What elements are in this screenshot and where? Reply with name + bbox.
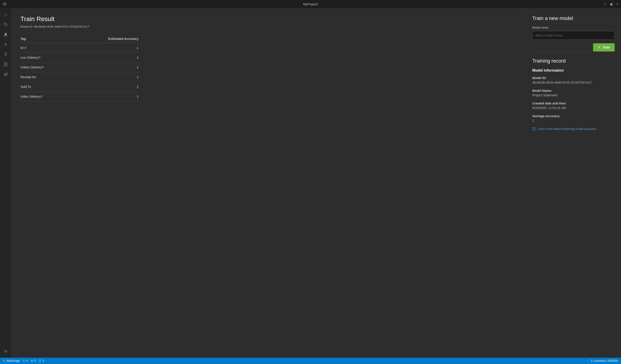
plugin-icon <box>3 72 8 77</box>
field-model-name-label: Model Name: <box>532 89 615 93</box>
svg-point-14 <box>5 351 6 352</box>
status-bar: MyStorage 5 5 5 2.1-preview.1-530545c <box>0 358 621 364</box>
sidebar: ⌂ <box>0 8 11 358</box>
sidebar-item-settings[interactable] <box>1 347 10 356</box>
svg-point-20 <box>4 361 5 362</box>
model-id-value: 4bc9e5fe-953e-49d4-9701-97c0075e7e17 <box>34 25 89 28</box>
model-name-label: Model name <box>532 26 615 29</box>
labeled-count: 5 <box>34 359 36 363</box>
field-model-name-value: Project Statement <box>532 93 615 97</box>
svg-point-3 <box>5 33 6 34</box>
field-created-value: 8/20/2020, 11:51:01 AM <box>532 106 615 110</box>
svg-marker-1 <box>4 3 6 5</box>
run-icon <box>3 42 8 47</box>
field-created: Created date and time: 8/20/2020, 11:51:… <box>532 102 615 110</box>
field-model-id-value: 4bc9e5fe-953e-49d4-9701-97c0075e7e17 <box>532 81 615 84</box>
right-panel: Train a new model Model name Train Train… <box>526 8 621 358</box>
cell-accuracy: 1 <box>72 92 138 102</box>
model-id-prefix: Model ID: <box>20 25 34 28</box>
tag-count: 5 <box>26 359 28 363</box>
field-avg-accuracy: Average accuracy: 1 <box>532 114 615 122</box>
sidebar-item-plugin[interactable] <box>1 70 10 79</box>
learn-more-link[interactable]: Learn more about improving model accurac… <box>532 127 615 130</box>
cell-accuracy: 1 <box>72 43 138 53</box>
svg-point-15 <box>599 47 599 47</box>
cell-tag: ID # <box>20 43 72 53</box>
table-row: Live Delivery?1 <box>20 53 138 63</box>
svg-rect-23 <box>39 360 41 362</box>
version-icon <box>586 360 589 362</box>
status-bar-right: 2.1-preview.1-530545c <box>586 359 618 363</box>
tag-icon <box>3 22 8 27</box>
cell-accuracy: 1 <box>72 63 138 72</box>
status-docs: 5 <box>39 359 44 363</box>
table-row: Receipt No1 <box>20 72 138 82</box>
field-model-name: Model Name: Project Statement <box>532 89 615 97</box>
settings-icon <box>3 349 8 354</box>
svg-rect-10 <box>4 74 5 76</box>
svg-point-19 <box>3 360 4 360</box>
svg-point-21 <box>31 360 33 362</box>
table-row: ID #1 <box>20 43 138 53</box>
version-label: 2.1-preview.1-530545c <box>591 359 618 363</box>
train-button-icon <box>598 46 601 49</box>
share-icon[interactable]: ⤢ <box>604 2 606 6</box>
sidebar-item-lightbulb[interactable] <box>1 50 10 59</box>
storage-label: MyStorage <box>7 359 20 363</box>
cell-tag: Video Delivery? <box>20 92 72 102</box>
new-model-title: Train a new model <box>532 16 615 21</box>
model-info-title: Model information <box>532 68 615 73</box>
field-created-label: Created date and time: <box>532 102 615 105</box>
table-row: Sold To1 <box>20 82 138 92</box>
divider <box>532 51 615 52</box>
sidebar-item-tag[interactable] <box>1 20 10 29</box>
doc-icon <box>3 62 8 67</box>
train-button[interactable]: Train <box>593 43 615 51</box>
cell-tag: Receipt No <box>20 72 72 82</box>
learn-more-text: Learn more about improving model accurac… <box>538 127 597 130</box>
field-avg-accuracy-value: 1 <box>532 119 615 122</box>
column-accuracy: Estimated Accuracy <box>72 35 138 43</box>
status-labeled: 5 <box>31 359 36 363</box>
cell-accuracy: 1 <box>72 82 138 92</box>
svg-point-18 <box>534 128 534 128</box>
sidebar-item-home[interactable]: ⌂ <box>1 10 10 19</box>
cell-tag: Online Delivery? <box>20 63 72 72</box>
lightbulb-icon <box>3 52 8 57</box>
svg-point-22 <box>32 361 32 361</box>
sidebar-item-run[interactable] <box>1 40 10 49</box>
app-title: MyProject2 <box>303 2 318 6</box>
title-bar: MyProject2 ⤢ ▣ ? <box>0 0 621 8</box>
status-storage[interactable]: MyStorage <box>3 359 20 363</box>
tag-status-icon <box>22 360 25 362</box>
training-record-title: Training record <box>532 58 615 64</box>
field-avg-accuracy-label: Average accuracy: <box>532 114 615 118</box>
cell-accuracy: 1 <box>72 72 138 82</box>
app-layout: ⌂ <box>0 8 621 358</box>
main-panel: Train Result Model ID: 4bc9e5fe-953e-49d… <box>11 8 526 358</box>
field-model-id-label: Model ID: <box>532 76 615 80</box>
branch-icon <box>3 360 5 362</box>
content-area: Train Result Model ID: 4bc9e5fe-953e-49d… <box>11 8 621 358</box>
status-bar-left: MyStorage 5 5 5 <box>3 359 44 363</box>
table-row: Video Delivery?1 <box>20 92 138 102</box>
title-bar-actions: ⤢ ▣ ? <box>604 2 618 6</box>
logo-icon <box>3 2 7 6</box>
train-icon <box>3 32 8 37</box>
sidebar-item-train[interactable] <box>1 30 10 39</box>
info-icon <box>532 127 536 130</box>
svg-rect-11 <box>6 73 7 75</box>
page-title: Train Result <box>20 16 517 23</box>
cell-tag: Sold To <box>20 82 72 92</box>
train-button-label: Train <box>603 46 610 49</box>
sidebar-item-doc[interactable] <box>1 60 10 69</box>
status-tags: 5 <box>22 359 28 363</box>
model-id-display: Model ID: 4bc9e5fe-953e-49d4-9701-97c007… <box>20 25 517 28</box>
results-table: Tag Estimated Accuracy ID #1Live Deliver… <box>20 35 138 102</box>
model-name-input[interactable] <box>532 31 615 40</box>
help-icon[interactable]: ? <box>617 2 618 6</box>
doc-status-icon <box>39 360 41 362</box>
app-logo <box>3 2 7 6</box>
layout-icon[interactable]: ▣ <box>610 2 613 6</box>
table-row: Online Delivery?1 <box>20 63 138 72</box>
